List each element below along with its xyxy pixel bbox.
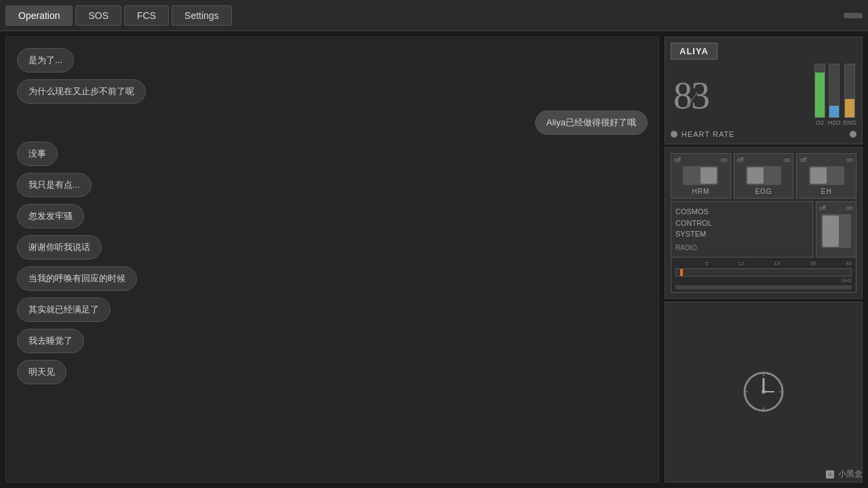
freq-tick-12: 12 xyxy=(738,260,744,266)
cosmos-row: COSMOS CONTROL SYSTEM RADIO off on xyxy=(671,201,856,258)
freq-scale: 6 12 19 26 40 xyxy=(675,260,852,266)
eh-toggle[interactable] xyxy=(809,166,844,185)
bar-label-eng: ENG xyxy=(843,119,856,126)
chat-message: 明天见 xyxy=(17,360,66,384)
chat-area[interactable]: 是为了...为什么现在又止步不前了呢Aliya已经做得很好了哦没事我只是有点..… xyxy=(5,37,659,483)
device-card-eh: off on EH xyxy=(796,153,856,199)
hrm-name: HRM xyxy=(692,188,709,195)
right-panel: ALIYA 8⁄3 O2H2OENG HEART RATE xyxy=(665,31,868,488)
radio-on-label: on xyxy=(846,205,853,211)
freq-indicator xyxy=(680,269,683,276)
eog-name: EOG xyxy=(755,188,772,195)
vitals-name: ALIYA xyxy=(671,43,717,60)
device-card-eog: off on EOG xyxy=(734,153,794,199)
cosmos-radio-label: RADIO xyxy=(675,243,808,253)
radio-toggle-bar: off on xyxy=(819,205,853,211)
bar-track-h2o xyxy=(829,64,840,118)
bar-track-eng xyxy=(844,64,855,118)
hrm-toggle-bar: off on xyxy=(674,157,728,163)
clock-icon xyxy=(740,368,787,415)
eog-knob xyxy=(747,167,764,184)
eog-toggle[interactable] xyxy=(746,166,781,185)
bar-fill-h2o xyxy=(829,106,839,117)
top-nav: Operation SOS FCS Settings xyxy=(0,0,868,31)
tab-sos[interactable]: SOS xyxy=(75,5,121,26)
cosmos-info: COSMOS CONTROL SYSTEM RADIO xyxy=(671,201,813,258)
heart-rate-number: 8⁄3 xyxy=(671,74,710,117)
bar-wrapper-eng: ENG xyxy=(843,64,856,126)
chat-message: 我去睡觉了 xyxy=(17,329,84,353)
chat-message: Aliya已经做得很好了哦 xyxy=(535,110,648,135)
radio-knob xyxy=(823,216,839,247)
chat-message: 为什么现在又止步不前了呢 xyxy=(17,79,146,104)
vitals-display: 8⁄3 O2H2OENG xyxy=(671,65,856,126)
eog-toggle-bar: off on xyxy=(737,157,791,163)
tab-settings[interactable]: Settings xyxy=(172,5,232,26)
hrm-on-label: on xyxy=(721,157,728,163)
bars-container: O2H2OENG xyxy=(814,65,856,126)
cosmos-line1: COSMOS xyxy=(675,206,808,218)
heart-rate-row: HEART RATE xyxy=(671,130,856,138)
bar-fill-o2 xyxy=(815,73,825,117)
clock-section xyxy=(665,302,863,483)
chat-message: 其实就已经满足了 xyxy=(17,298,111,322)
cosmos-line3: SYSTEM xyxy=(675,228,808,240)
freq-tick-6: 6 xyxy=(705,260,708,266)
nav-status xyxy=(844,13,863,18)
hr-label: HEART RATE xyxy=(682,130,734,138)
device-section: off on HRM off on xyxy=(665,147,863,299)
chat-message: 是为了... xyxy=(17,48,74,73)
bar-wrapper-h2o: H2O xyxy=(828,64,841,126)
chat-message: 当我的呼唤有回应的时候 xyxy=(17,266,137,291)
eog-off-label: off xyxy=(737,157,744,163)
hr-toggle-right[interactable] xyxy=(850,131,856,138)
chat-message: 忽发发牢骚 xyxy=(17,204,84,228)
device-row-1: off on HRM off on xyxy=(671,153,856,199)
eh-on-label: on xyxy=(846,157,853,163)
device-card-hrm: off on HRM xyxy=(671,153,731,199)
chat-message: 谢谢你听我说话 xyxy=(17,235,102,260)
radio-card: off on xyxy=(816,201,856,258)
bar-fill-eng xyxy=(845,99,854,117)
freq-track[interactable] xyxy=(675,268,852,277)
freq-bar-section: 6 12 19 26 40 GHz xyxy=(671,258,856,293)
eh-name: EH xyxy=(821,188,832,195)
freq-tick-26: 26 xyxy=(810,260,816,266)
freq-bottom-bar xyxy=(675,285,852,289)
chat-message: 没事 xyxy=(17,142,58,166)
eh-toggle-bar: off on xyxy=(800,157,853,163)
hr-digit2: 3 xyxy=(691,75,707,117)
hrm-knob xyxy=(701,167,717,184)
vitals-section: ALIYA 8⁄3 O2H2OENG HEART RATE xyxy=(665,37,863,144)
ghz-label: GHz xyxy=(675,277,852,283)
vitals-header: ALIYA xyxy=(671,43,856,60)
bar-label-h2o: H2O xyxy=(828,119,841,126)
eog-on-label: on xyxy=(783,157,790,163)
radio-off-label: off xyxy=(819,205,826,211)
main-layout: 是为了...为什么现在又止步不前了呢Aliya已经做得很好了哦没事我只是有点..… xyxy=(0,31,868,488)
freq-tick-19: 19 xyxy=(774,260,780,266)
eh-knob xyxy=(810,167,827,184)
bar-track-o2 xyxy=(814,64,825,118)
eh-off-label: off xyxy=(800,157,806,163)
chat-message: 我只是有点... xyxy=(17,173,92,197)
freq-tick-40: 40 xyxy=(846,260,852,266)
radio-toggle[interactable] xyxy=(821,214,851,248)
bar-wrapper-o2: O2 xyxy=(814,64,825,126)
hrm-off-label: off xyxy=(674,157,681,163)
tab-operation[interactable]: Operation xyxy=(5,5,73,26)
bar-label-o2: O2 xyxy=(816,119,824,126)
cosmos-line2: CONTROL xyxy=(675,218,808,229)
hrm-toggle[interactable] xyxy=(683,166,718,185)
hr-toggle-left[interactable] xyxy=(671,131,677,138)
hr-digit1: 8 xyxy=(673,75,690,117)
tab-fcs[interactable]: FCS xyxy=(124,5,169,26)
